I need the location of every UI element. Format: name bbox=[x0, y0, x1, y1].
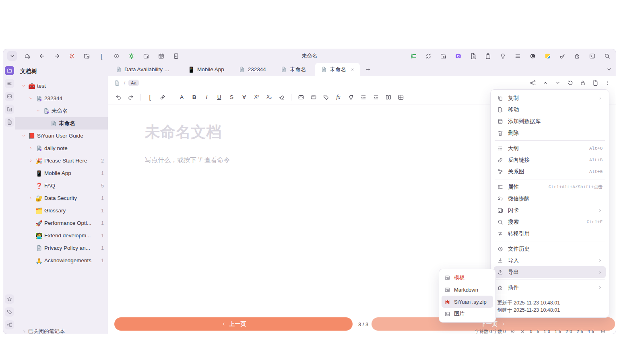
format-button[interactable]: ∀ bbox=[239, 92, 250, 103]
menu-item[interactable]: 复制 bbox=[494, 92, 606, 104]
dock-button[interactable] bbox=[5, 105, 14, 114]
menu-item[interactable]: 添加到数据库 bbox=[494, 115, 606, 127]
header-action-button[interactable] bbox=[605, 80, 611, 86]
toolbar-button[interactable] bbox=[557, 51, 567, 61]
zoom-levels[interactable]: 0 5 10 15 20 25 45 bbox=[530, 329, 596, 334]
menu-item[interactable]: 导入 bbox=[494, 255, 606, 266]
menu-item[interactable]: 反向链接 Alt+B bbox=[494, 154, 606, 166]
tree-item[interactable]: ❓ FAQ 5 bbox=[15, 179, 108, 192]
dock-button[interactable] bbox=[5, 117, 14, 127]
expand-chevron-icon[interactable] bbox=[20, 133, 27, 139]
menu-item[interactable]: 属性 Ctrl+Alt+A/Shift+点击 bbox=[494, 181, 606, 193]
menu-item[interactable]: 文件历史 bbox=[494, 243, 606, 255]
format-button[interactable] bbox=[276, 92, 287, 103]
format-button[interactable]: A bbox=[176, 92, 187, 103]
format-button[interactable] bbox=[295, 92, 306, 103]
submenu-item[interactable]: SiYuan .sy.zip bbox=[442, 296, 493, 308]
header-action-button[interactable] bbox=[592, 80, 599, 86]
menu-item[interactable]: 关系图 Alt+G bbox=[494, 166, 606, 177]
expand-chevron-icon[interactable] bbox=[27, 145, 34, 152]
closed-notebooks-row[interactable]: 已关闭的笔记本 bbox=[15, 326, 108, 334]
info-circle-icon[interactable] bbox=[510, 329, 515, 334]
menu-item[interactable]: 大纲 Alt+O bbox=[494, 142, 606, 154]
toolbar-button[interactable] bbox=[543, 51, 552, 61]
tree-item[interactable]: 🙏 Acknowledgements 1 bbox=[15, 254, 108, 267]
tree-item[interactable]: 232344 bbox=[15, 92, 108, 105]
toolbar-button[interactable] bbox=[498, 51, 508, 61]
format-button[interactable] bbox=[157, 92, 168, 103]
dock-button[interactable] bbox=[5, 79, 14, 88]
format-button[interactable] bbox=[345, 92, 356, 103]
tree-item[interactable]: 📱 Mobile App 1 bbox=[15, 167, 108, 179]
format-button[interactable]: I bbox=[201, 92, 212, 103]
target-circle-icon[interactable] bbox=[520, 329, 525, 334]
dock-button[interactable] bbox=[5, 66, 14, 75]
expand-chevron-icon[interactable] bbox=[20, 83, 27, 89]
dock-button[interactable] bbox=[5, 307, 14, 317]
header-action-button[interactable] bbox=[580, 80, 586, 86]
tab[interactable]: 232344 bbox=[233, 63, 271, 76]
tree-item[interactable]: Privacy Policy an... 1 bbox=[15, 242, 108, 254]
menu-item[interactable]: 插件 bbox=[494, 282, 606, 293]
tab[interactable]: 📱 Mobile App bbox=[183, 63, 229, 76]
tree-item[interactable]: 🧰 test bbox=[15, 80, 108, 92]
format-button[interactable]: X² bbox=[251, 92, 262, 103]
menu-item[interactable]: 闪卡 bbox=[494, 204, 606, 216]
format-button[interactable] bbox=[308, 92, 319, 103]
menu-item[interactable]: 导出 bbox=[494, 266, 606, 278]
tab[interactable]: 未命名 bbox=[315, 63, 360, 76]
toolbar-button[interactable] bbox=[528, 51, 537, 61]
toolbar-button[interactable] bbox=[22, 51, 32, 61]
toolbar-button[interactable] bbox=[468, 51, 478, 61]
header-action-button[interactable] bbox=[567, 80, 574, 86]
tree-item[interactable]: 🗂️ Glossary 1 bbox=[15, 204, 108, 217]
format-button[interactable] bbox=[125, 92, 136, 103]
prev-page-button[interactable]: 上一页 bbox=[114, 317, 353, 331]
submenu-item[interactable]: 模板 bbox=[442, 272, 493, 284]
tab-overflow-button[interactable] bbox=[606, 63, 613, 76]
tree-item[interactable]: 🔐 Data Security 1 bbox=[15, 192, 108, 204]
format-button[interactable] bbox=[395, 92, 406, 103]
toolbar-button[interactable] bbox=[438, 51, 448, 61]
toolbar-button[interactable] bbox=[67, 51, 76, 61]
format-button[interactable]: fx bbox=[333, 92, 344, 103]
toolbar-button[interactable] bbox=[409, 51, 418, 61]
toolbar-button[interactable] bbox=[483, 51, 493, 61]
format-button[interactable] bbox=[358, 92, 369, 103]
format-button[interactable]: U bbox=[214, 92, 225, 103]
toolbar-button[interactable] bbox=[37, 51, 47, 61]
new-tab-button[interactable] bbox=[361, 63, 375, 76]
toolbar-button[interactable] bbox=[171, 51, 181, 61]
format-button[interactable] bbox=[370, 92, 381, 103]
toolbar-button[interactable] bbox=[156, 51, 166, 61]
tab-close-icon[interactable] bbox=[350, 67, 355, 72]
tree-item[interactable]: 🚀 Performance Opti... 1 bbox=[15, 217, 108, 229]
menu-item[interactable]: 微信提醒 bbox=[494, 193, 606, 204]
tree-item[interactable]: 🎉 Please Start Here 2 bbox=[15, 154, 108, 167]
tab[interactable]: 未命名 bbox=[275, 63, 312, 76]
tree-item[interactable]: daily note bbox=[15, 142, 108, 154]
toolbar-button[interactable] bbox=[513, 51, 522, 61]
toolbar-button[interactable] bbox=[423, 51, 433, 61]
format-button[interactable] bbox=[320, 92, 331, 103]
tree-item[interactable]: 未命名 bbox=[15, 105, 108, 117]
submenu-item[interactable]: 图片 bbox=[442, 308, 493, 320]
panel-toggle-icon[interactable] bbox=[601, 329, 605, 334]
dock-button[interactable] bbox=[5, 92, 14, 101]
toolbar-button[interactable] bbox=[453, 51, 463, 61]
menu-item[interactable]: 删除 bbox=[494, 127, 606, 139]
dock-button[interactable] bbox=[5, 294, 14, 304]
toolbar-button[interactable] bbox=[52, 51, 62, 61]
format-button[interactable] bbox=[383, 92, 394, 103]
toolbar-button[interactable] bbox=[7, 51, 17, 61]
menu-item[interactable]: 移动 bbox=[494, 104, 606, 115]
tab[interactable]: Data Availability Gua bbox=[110, 63, 179, 76]
typography-chip[interactable]: Aa bbox=[128, 80, 138, 86]
toolbar-button[interactable] bbox=[572, 51, 582, 61]
dock-button[interactable] bbox=[5, 320, 14, 329]
menu-item[interactable]: 搜索 Ctrl+F bbox=[494, 216, 606, 228]
header-action-button[interactable] bbox=[555, 80, 561, 86]
expand-chevron-icon[interactable] bbox=[27, 158, 34, 164]
tree-item[interactable]: 未命名 bbox=[15, 117, 108, 130]
toolbar-button[interactable] bbox=[602, 51, 612, 61]
